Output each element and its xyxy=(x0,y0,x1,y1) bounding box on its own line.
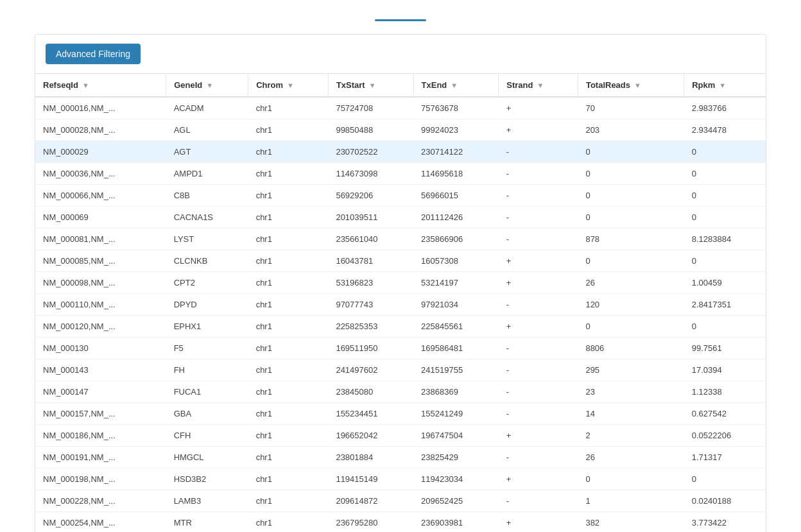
cell-totalreads: 0 xyxy=(578,141,684,163)
table-row[interactable]: NM_000198,NM_...HSD3B2chr111941514911942… xyxy=(35,468,766,490)
table-row[interactable]: NM_000098,NM_...CPT2chr15319682353214197… xyxy=(35,272,766,294)
cell-strand: + xyxy=(499,119,578,141)
cell-totalreads: 382 xyxy=(578,512,684,533)
cell-chrom: chr1 xyxy=(248,250,329,272)
tab-bar xyxy=(13,13,788,21)
col-header-strand: Strand▼ xyxy=(499,74,578,97)
cell-rpkm: 2.8417351 xyxy=(684,294,766,316)
table-row[interactable]: NM_000157,NM_...GBAchr115523445115524124… xyxy=(35,403,766,425)
filter-icon-chrom[interactable]: ▼ xyxy=(287,82,294,89)
table-row[interactable]: NM_000028,NM_...AGLchr19985048899924023+… xyxy=(35,119,766,141)
filter-icon-rpkm[interactable]: ▼ xyxy=(719,82,726,89)
cell-chrom: chr1 xyxy=(248,447,329,468)
cell-geneid: C8B xyxy=(166,185,248,207)
data-table: RefseqId▼GeneId▼Chrom▼TxStart▼TxEnd▼Stra… xyxy=(35,74,766,532)
cell-strand: - xyxy=(499,185,578,207)
table-row[interactable]: NM_000147FUCA1chr12384508023868369-231.1… xyxy=(35,381,766,403)
table-row[interactable]: NM_000186,NM_...CFHchr119665204219674750… xyxy=(35,425,766,447)
table-row[interactable]: NM_000130F5chr1169511950169586481-880699… xyxy=(35,338,766,359)
cell-txend: 53214197 xyxy=(413,272,499,294)
cell-refseqid: NM_000066,NM_... xyxy=(35,185,166,207)
cell-chrom: chr1 xyxy=(248,141,329,163)
cell-txstart: 119415149 xyxy=(328,468,413,490)
cell-txend: 23868369 xyxy=(413,381,499,403)
cell-chrom: chr1 xyxy=(248,316,329,338)
table-row[interactable]: NM_000029AGTchr1230702522230714122-00 xyxy=(35,141,766,163)
table-row[interactable]: NM_000069CACNA1Schr1201039511201112426-0… xyxy=(35,207,766,228)
col-label-refseqid: RefseqId xyxy=(43,80,78,90)
table-row[interactable]: NM_000228,NM_...LAMB3chr1209614872209652… xyxy=(35,490,766,512)
filter-icon-totalreads[interactable]: ▼ xyxy=(634,82,641,89)
cell-txend: 241519755 xyxy=(413,359,499,381)
cell-totalreads: 0 xyxy=(578,185,684,207)
cell-chrom: chr1 xyxy=(248,403,329,425)
table-row[interactable]: NM_000254,NM_...MTRchr123679528023690398… xyxy=(35,512,766,533)
cell-txend: 155241249 xyxy=(413,403,499,425)
cell-strand: - xyxy=(499,228,578,250)
cell-totalreads: 0 xyxy=(578,316,684,338)
cell-chrom: chr1 xyxy=(248,338,329,359)
table-row[interactable]: NM_000036,NM_...AMPD1chr1114673098114695… xyxy=(35,163,766,185)
col-label-chrom: Chrom xyxy=(256,80,283,90)
cell-rpkm: 17.0394 xyxy=(684,359,766,381)
cell-txend: 235866906 xyxy=(413,228,499,250)
cell-rpkm: 2.983766 xyxy=(684,97,766,119)
card-header: Advanced Filtering xyxy=(35,35,766,74)
cell-txstart: 16043781 xyxy=(328,250,413,272)
col-header-refseqid: RefseqId▼ xyxy=(35,74,166,97)
table-row[interactable]: NM_000066,NM_...C8Bchr15692920656966015-… xyxy=(35,185,766,207)
table-row[interactable]: NM_000110,NM_...DPYDchr19707774397921034… xyxy=(35,294,766,316)
table-row[interactable]: NM_000191,NM_...HMGCLchr1238018842382542… xyxy=(35,447,766,468)
advanced-filtering-button[interactable]: Advanced Filtering xyxy=(46,44,141,64)
cell-totalreads: 120 xyxy=(578,294,684,316)
cell-strand: + xyxy=(499,97,578,119)
cell-strand: - xyxy=(499,381,578,403)
cell-rpkm: 1.00459 xyxy=(684,272,766,294)
cell-chrom: chr1 xyxy=(248,294,329,316)
cell-totalreads: 295 xyxy=(578,359,684,381)
table-row[interactable]: NM_000085,NM_...CLCNKBchr116043781160573… xyxy=(35,250,766,272)
cell-geneid: GBA xyxy=(166,403,248,425)
cell-rpkm: 0 xyxy=(684,250,766,272)
table-row[interactable]: NM_000016,NM_...ACADMchr1757247087576367… xyxy=(35,97,766,119)
cell-strand: - xyxy=(499,207,578,228)
cell-totalreads: 14 xyxy=(578,403,684,425)
cell-refseqid: NM_000110,NM_... xyxy=(35,294,166,316)
cell-strand: - xyxy=(499,447,578,468)
table-row[interactable]: NM_000081,NM_...LYSTchr12356610402358669… xyxy=(35,228,766,250)
cell-refseqid: NM_000036,NM_... xyxy=(35,163,166,185)
cell-txstart: 209614872 xyxy=(328,490,413,512)
cell-rpkm: 0 xyxy=(684,163,766,185)
cell-chrom: chr1 xyxy=(248,359,329,381)
cell-geneid: HMGCL xyxy=(166,447,248,468)
page-container: Advanced Filtering RefseqId▼GeneId▼Chrom… xyxy=(0,0,801,532)
cell-refseqid: NM_000147 xyxy=(35,381,166,403)
cell-refseqid: NM_000186,NM_... xyxy=(35,425,166,447)
cell-refseqid: NM_000028,NM_... xyxy=(35,119,166,141)
cell-strand: + xyxy=(499,316,578,338)
filter-icon-geneid[interactable]: ▼ xyxy=(206,82,213,89)
cell-refseqid: NM_000198,NM_... xyxy=(35,468,166,490)
cell-chrom: chr1 xyxy=(248,228,329,250)
col-label-totalreads: TotalReads xyxy=(586,80,630,90)
filter-icon-txend[interactable]: ▼ xyxy=(451,82,458,89)
filter-icon-txstart[interactable]: ▼ xyxy=(369,82,376,89)
cell-geneid: CLCNKB xyxy=(166,250,248,272)
cell-rpkm: 0 xyxy=(684,185,766,207)
cell-txend: 236903981 xyxy=(413,512,499,533)
cell-chrom: chr1 xyxy=(248,119,329,141)
cell-txstart: 99850488 xyxy=(328,119,413,141)
table-row[interactable]: NM_000143FHchr1241497602241519755-29517.… xyxy=(35,359,766,381)
cell-totalreads: 0 xyxy=(578,207,684,228)
filter-icon-strand[interactable]: ▼ xyxy=(537,82,544,89)
cell-geneid: DPYD xyxy=(166,294,248,316)
cell-rpkm: 1.12338 xyxy=(684,381,766,403)
filter-icon-refseqid[interactable]: ▼ xyxy=(82,82,89,89)
cell-geneid: CPT2 xyxy=(166,272,248,294)
cell-geneid: ACADM xyxy=(166,97,248,119)
cell-refseqid: NM_000228,NM_... xyxy=(35,490,166,512)
table-row[interactable]: NM_000120,NM_...EPHX1chr1225825353225845… xyxy=(35,316,766,338)
cell-totalreads: 878 xyxy=(578,228,684,250)
cell-refseqid: NM_000191,NM_... xyxy=(35,447,166,468)
cell-geneid: AGL xyxy=(166,119,248,141)
